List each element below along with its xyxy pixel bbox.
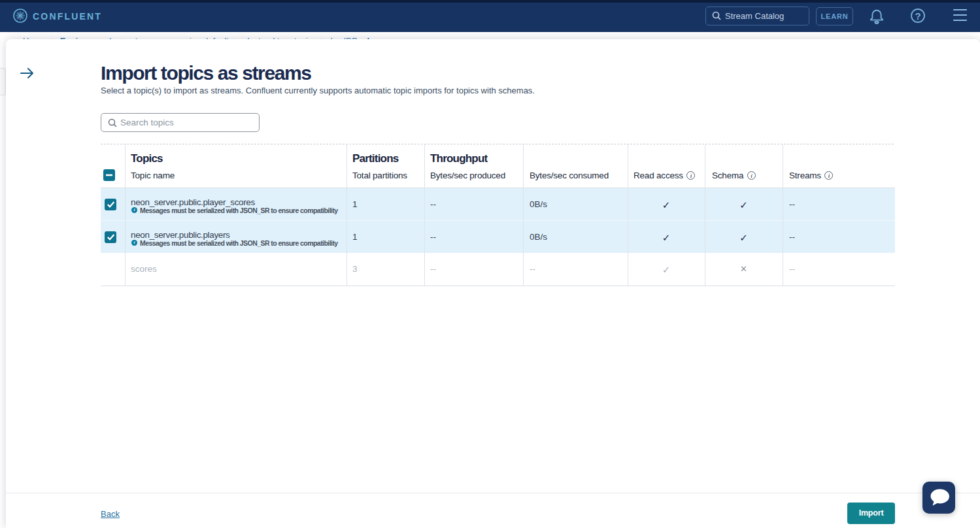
svg-text:?: ? bbox=[915, 10, 921, 22]
